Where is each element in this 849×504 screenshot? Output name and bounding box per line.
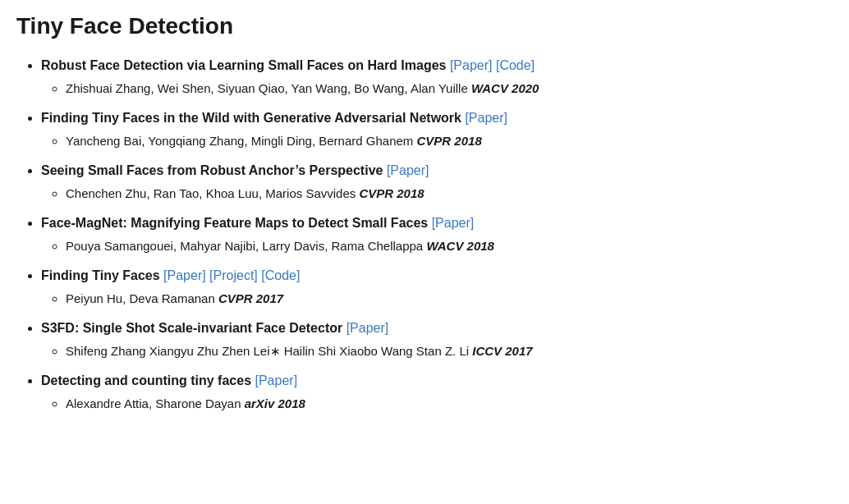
item-link[interactable]: [Paper] <box>346 321 389 335</box>
author-venue-item: Yancheng Bai, Yongqiang Zhang, Mingli Di… <box>66 131 833 151</box>
sub-list: Alexandre Attia, Sharone Dayan arXiv 201… <box>41 394 833 414</box>
author-venue-item: Shifeng Zhang Xiangyu Zhu Zhen Lei∗ Hail… <box>66 341 833 361</box>
authors: Yancheng Bai, Yongqiang Zhang, Mingli Di… <box>66 134 417 148</box>
item-link[interactable]: [Paper] <box>450 58 493 72</box>
item-link[interactable]: [Paper] <box>432 216 475 230</box>
authors: Pouya Samangouei, Mahyar Najibi, Larry D… <box>66 239 426 253</box>
author-venue-item: Alexandre Attia, Sharone Dayan arXiv 201… <box>66 394 833 414</box>
venue: CVPR 2018 <box>359 186 424 200</box>
list-item: Seeing Small Faces from Robust Anchor’s … <box>41 161 833 204</box>
authors: Alexandre Attia, Sharone Dayan <box>66 396 245 410</box>
sub-list: Pouya Samangouei, Mahyar Najibi, Larry D… <box>41 236 833 256</box>
author-venue-item: Chenchen Zhu, Ran Tao, Khoa Luu, Marios … <box>66 184 833 204</box>
item-title: Robust Face Detection via Learning Small… <box>41 58 450 72</box>
authors: Zhishuai Zhang, Wei Shen, Siyuan Qiao, Y… <box>66 81 471 95</box>
sub-list: Shifeng Zhang Xiangyu Zhu Zhen Lei∗ Hail… <box>41 341 833 361</box>
item-title: Seeing Small Faces from Robust Anchor’s … <box>41 163 387 177</box>
item-link[interactable]: [Paper] <box>465 111 507 125</box>
item-link[interactable]: [Project] <box>209 268 258 282</box>
list-item: Robust Face Detection via Learning Small… <box>41 56 833 99</box>
list-item: Finding Tiny Faces in the Wild with Gene… <box>41 108 833 151</box>
list-item: Finding Tiny Faces [Paper] [Project] [Co… <box>41 266 833 309</box>
venue: arXiv 2018 <box>245 396 305 410</box>
venue: WACV 2018 <box>426 239 494 253</box>
author-venue-item: Zhishuai Zhang, Wei Shen, Siyuan Qiao, Y… <box>66 79 833 99</box>
author-venue-item: Pouya Samangouei, Mahyar Najibi, Larry D… <box>66 236 833 256</box>
venue: WACV 2020 <box>471 81 539 95</box>
authors: Chenchen Zhu, Ran Tao, Khoa Luu, Marios … <box>66 186 359 200</box>
item-link[interactable]: [Code] <box>496 58 535 72</box>
item-title: S3FD: Single Shot Scale-invariant Face D… <box>41 321 346 335</box>
author-venue-item: Peiyun Hu, Deva Ramanan CVPR 2017 <box>66 289 833 309</box>
list-item: S3FD: Single Shot Scale-invariant Face D… <box>41 318 833 361</box>
venue: CVPR 2017 <box>218 291 283 305</box>
authors: Peiyun Hu, Deva Ramanan <box>66 291 218 305</box>
main-list: Robust Face Detection via Learning Small… <box>16 56 833 414</box>
item-title: Detecting and counting tiny faces <box>41 373 255 387</box>
item-link[interactable]: [Paper] <box>255 373 297 387</box>
item-link[interactable]: [Paper] <box>387 163 429 177</box>
sub-list: Chenchen Zhu, Ran Tao, Khoa Luu, Marios … <box>41 184 833 204</box>
item-title: Finding Tiny Faces in the Wild with Gene… <box>41 111 465 125</box>
item-link[interactable]: [Code] <box>261 268 300 282</box>
item-title: Face-MagNet: Magnifying Feature Maps to … <box>41 216 432 230</box>
item-title: Finding Tiny Faces <box>41 268 163 282</box>
list-item: Face-MagNet: Magnifying Feature Maps to … <box>41 213 833 256</box>
sub-list: Zhishuai Zhang, Wei Shen, Siyuan Qiao, Y… <box>41 79 833 99</box>
page-title: Tiny Face Detection <box>16 13 833 39</box>
sub-list: Peiyun Hu, Deva Ramanan CVPR 2017 <box>41 289 833 309</box>
authors: Shifeng Zhang Xiangyu Zhu Zhen Lei∗ Hail… <box>66 344 472 358</box>
sub-list: Yancheng Bai, Yongqiang Zhang, Mingli Di… <box>41 131 833 151</box>
venue: CVPR 2018 <box>417 134 482 148</box>
item-link[interactable]: [Paper] <box>163 268 206 282</box>
list-item: Detecting and counting tiny faces [Paper… <box>41 371 833 414</box>
venue: ICCV 2017 <box>472 344 532 358</box>
